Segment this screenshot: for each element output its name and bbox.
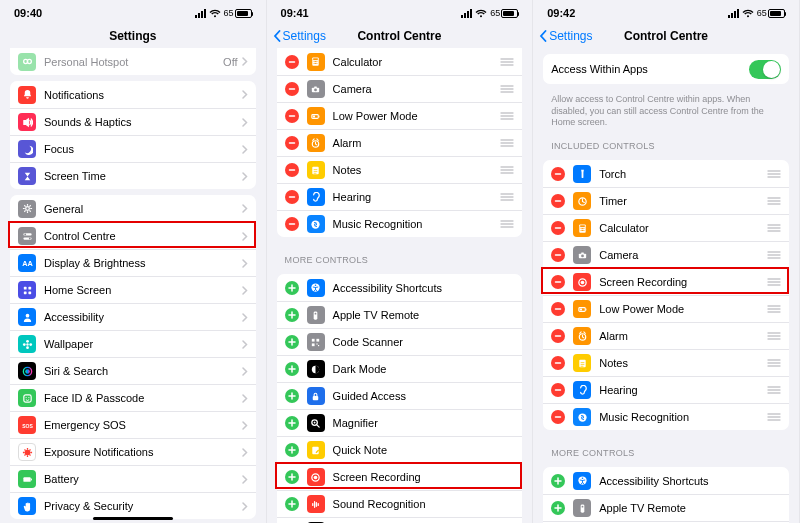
add-button[interactable]	[285, 308, 299, 322]
row-quick-note[interactable]: Quick Note	[277, 436, 523, 463]
remove-button[interactable]	[551, 329, 565, 343]
row-personal-hotspot[interactable]: Personal Hotspot Off	[10, 48, 256, 75]
drag-handle-icon[interactable]	[767, 169, 781, 179]
cc-scroll[interactable]: Calculator Camera Low Power Mode Alarm N…	[267, 48, 533, 523]
row-magnifier[interactable]: Magnifier	[277, 409, 523, 436]
drag-handle-icon[interactable]	[500, 111, 514, 121]
remove-button[interactable]	[551, 248, 565, 262]
row-face-id-passcode[interactable]: Face ID & Passcode	[10, 384, 256, 411]
row-low-power-mode[interactable]: Low Power Mode	[277, 102, 523, 129]
row-calculator[interactable]: Calculator	[277, 48, 523, 75]
cc-scroll[interactable]: Access Within Apps Allow access to Contr…	[533, 48, 799, 523]
remove-button[interactable]	[551, 194, 565, 208]
row-accessibility[interactable]: Accessibility	[10, 303, 256, 330]
svg-point-12	[25, 313, 29, 317]
row-siri-search[interactable]: Siri & Search	[10, 357, 256, 384]
row-privacy-security[interactable]: Privacy & Security	[10, 492, 256, 519]
row-home-screen[interactable]: Home Screen	[10, 276, 256, 303]
add-button[interactable]	[285, 497, 299, 511]
drag-handle-icon[interactable]	[767, 250, 781, 260]
row-dark-mode[interactable]: Dark Mode	[277, 355, 523, 382]
drag-handle-icon[interactable]	[767, 223, 781, 233]
row-display-brightness[interactable]: AA Display & Brightness	[10, 249, 256, 276]
drag-handle-icon[interactable]	[500, 84, 514, 94]
add-button[interactable]	[285, 443, 299, 457]
row-music-recognition[interactable]: Music Recognition	[543, 403, 789, 430]
row-torch[interactable]: Torch	[543, 160, 789, 187]
drag-handle-icon[interactable]	[500, 57, 514, 67]
drag-handle-icon[interactable]	[500, 138, 514, 148]
remove-button[interactable]	[285, 217, 299, 231]
row-stopwatch[interactable]: Stopwatch	[277, 517, 523, 523]
remove-button[interactable]	[285, 55, 299, 69]
add-button[interactable]	[285, 335, 299, 349]
row-sounds-haptics[interactable]: Sounds & Haptics	[10, 108, 256, 135]
row-notes[interactable]: Notes	[543, 349, 789, 376]
drag-handle-icon[interactable]	[767, 304, 781, 314]
row-camera[interactable]: Camera	[543, 241, 789, 268]
row-timer[interactable]: Timer	[543, 187, 789, 214]
drag-handle-icon[interactable]	[767, 385, 781, 395]
add-button[interactable]	[551, 501, 565, 515]
row-code-scanner[interactable]: Code Scanner	[277, 328, 523, 355]
row-apple-tv-remote[interactable]: Apple TV Remote	[277, 301, 523, 328]
row-notifications[interactable]: Notifications	[10, 81, 256, 108]
settings-scroll[interactable]: Personal Hotspot Off Notifications Sound…	[0, 48, 266, 523]
drag-handle-icon[interactable]	[767, 358, 781, 368]
add-button[interactable]	[285, 281, 299, 295]
row-hearing[interactable]: Hearing	[277, 183, 523, 210]
remove-button[interactable]	[551, 167, 565, 181]
row-apple-tv-remote[interactable]: Apple TV Remote	[543, 494, 789, 521]
row-music-recognition[interactable]: Music Recognition	[277, 210, 523, 237]
row-battery[interactable]: Battery	[10, 465, 256, 492]
row-hearing[interactable]: Hearing	[543, 376, 789, 403]
add-button[interactable]	[285, 470, 299, 484]
remove-button[interactable]	[551, 356, 565, 370]
row-focus[interactable]: Focus	[10, 135, 256, 162]
face-icon	[18, 389, 36, 407]
drag-handle-icon[interactable]	[500, 165, 514, 175]
remove-button[interactable]	[551, 275, 565, 289]
drag-handle-icon[interactable]	[767, 331, 781, 341]
drag-handle-icon[interactable]	[767, 412, 781, 422]
remove-button[interactable]	[285, 82, 299, 96]
toggle-access-within-apps[interactable]	[749, 60, 781, 79]
add-button[interactable]	[285, 416, 299, 430]
row-screen-recording[interactable]: Screen Recording	[543, 268, 789, 295]
row-accessibility-shortcuts[interactable]: Accessibility Shortcuts	[543, 467, 789, 494]
remove-button[interactable]	[551, 383, 565, 397]
row-emergency-sos[interactable]: SOS Emergency SOS	[10, 411, 256, 438]
remove-button[interactable]	[285, 163, 299, 177]
drag-handle-icon[interactable]	[500, 219, 514, 229]
row-exposure-notifications[interactable]: Exposure Notifications	[10, 438, 256, 465]
row-calculator[interactable]: Calculator	[543, 214, 789, 241]
row-guided-access[interactable]: Guided Access	[277, 382, 523, 409]
row-low-power-mode[interactable]: Low Power Mode	[543, 295, 789, 322]
row-alarm[interactable]: Alarm	[277, 129, 523, 156]
row-alarm[interactable]: Alarm	[543, 322, 789, 349]
row-control-centre[interactable]: Control Centre	[10, 222, 256, 249]
remove-button[interactable]	[285, 109, 299, 123]
row-general[interactable]: General	[10, 195, 256, 222]
add-button[interactable]	[551, 474, 565, 488]
row-accessibility-shortcuts[interactable]: Accessibility Shortcuts	[277, 274, 523, 301]
row-access-within-apps[interactable]: Access Within Apps	[543, 54, 789, 84]
drag-handle-icon[interactable]	[500, 192, 514, 202]
remove-button[interactable]	[551, 410, 565, 424]
remove-button[interactable]	[285, 136, 299, 150]
row-screen-recording[interactable]: Screen Recording	[277, 463, 523, 490]
remove-button[interactable]	[285, 190, 299, 204]
row-wallpaper[interactable]: Wallpaper	[10, 330, 256, 357]
add-button[interactable]	[285, 389, 299, 403]
row-camera[interactable]: Camera	[277, 75, 523, 102]
back-button[interactable]: Settings	[273, 24, 326, 48]
row-sound-recognition[interactable]: Sound Recognition	[277, 490, 523, 517]
remove-button[interactable]	[551, 221, 565, 235]
remove-button[interactable]	[551, 302, 565, 316]
drag-handle-icon[interactable]	[767, 196, 781, 206]
row-screen-time[interactable]: Screen Time	[10, 162, 256, 189]
row-notes[interactable]: Notes	[277, 156, 523, 183]
drag-handle-icon[interactable]	[767, 277, 781, 287]
back-button[interactable]: Settings	[539, 24, 592, 48]
add-button[interactable]	[285, 362, 299, 376]
